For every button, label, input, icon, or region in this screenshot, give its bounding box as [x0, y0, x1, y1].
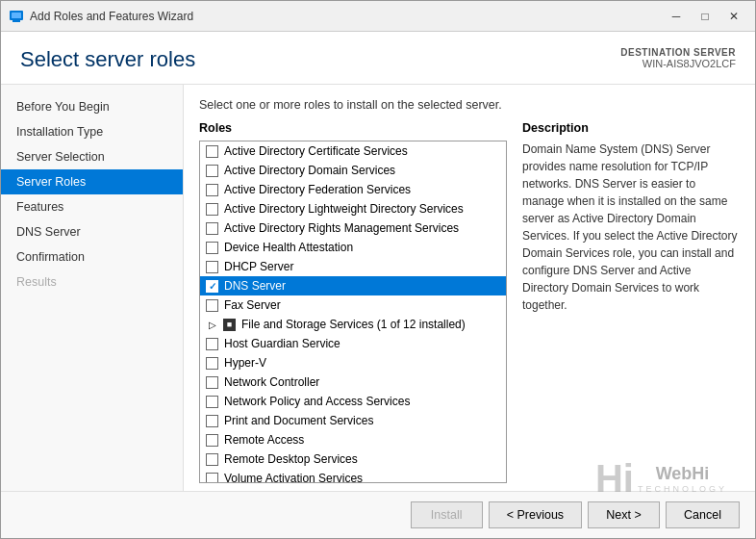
roles-panel: Roles Active Directory Certificate Servi… — [199, 121, 507, 483]
role-label: Device Health Attestation — [224, 241, 353, 254]
list-item[interactable]: Network Controller — [200, 372, 506, 392]
body-section: Before You Begin Installation Type Serve… — [1, 85, 755, 491]
sidebar-item-results: Results — [1, 270, 183, 295]
svg-rect-1 — [12, 13, 21, 18]
checkbox-host-guardian[interactable] — [206, 338, 218, 350]
content-area: Select one or more roles to install on t… — [184, 85, 755, 491]
expand-icon[interactable]: ▷ — [206, 318, 219, 331]
checkbox-file-storage[interactable]: ■ — [223, 319, 236, 331]
main-content: Select server roles DESTINATION SERVER W… — [1, 32, 755, 538]
sidebar-item-confirmation[interactable]: Confirmation — [1, 244, 183, 270]
checkbox-network-controller[interactable] — [206, 376, 218, 389]
role-label: Network Policy and Access Services — [224, 395, 410, 408]
list-item[interactable]: Print and Document Services — [200, 411, 506, 430]
description-panel: Description Domain Name System (DNS) Ser… — [522, 121, 740, 483]
instruction-text: Select one or more roles to install on t… — [199, 98, 740, 112]
list-item[interactable]: Active Directory Domain Services — [200, 161, 506, 180]
checkbox-network-policy[interactable] — [206, 396, 218, 408]
header-section: Select server roles DESTINATION SERVER W… — [1, 32, 755, 85]
list-item[interactable]: Remote Desktop Services — [200, 449, 506, 469]
sidebar-item-features[interactable]: Features — [1, 194, 183, 219]
minimize-button[interactable]: ─ — [663, 6, 690, 27]
list-item[interactable]: Hyper-V — [200, 353, 506, 372]
role-label: Hyper-V — [224, 356, 266, 370]
description-text: Domain Name System (DNS) Server provides… — [522, 141, 740, 314]
sidebar-item-installation-type[interactable]: Installation Type — [1, 119, 183, 144]
list-item[interactable]: DHCP Server — [200, 257, 506, 276]
list-item[interactable]: Host Guardian Service — [200, 334, 506, 353]
roles-label: Roles — [199, 121, 507, 135]
description-label: Description — [522, 121, 740, 135]
list-item[interactable]: Active Directory Lightweight Directory S… — [200, 199, 506, 218]
roles-list-container[interactable]: Active Directory Certificate Services Ac… — [199, 141, 507, 483]
checkbox-hyper-v[interactable] — [206, 357, 218, 370]
list-item[interactable]: Device Health Attestation — [200, 238, 506, 257]
app-icon — [9, 9, 24, 24]
checkbox-ad-rights[interactable] — [206, 222, 218, 235]
checkbox-remote-access[interactable] — [206, 434, 218, 447]
checkbox-dns[interactable] — [206, 280, 218, 293]
next-button[interactable]: Next > — [588, 501, 660, 528]
role-label: Fax Server — [224, 298, 281, 312]
page-title: Select server roles — [20, 47, 195, 72]
role-label: Active Directory Lightweight Directory S… — [224, 202, 464, 216]
window-title: Add Roles and Features Wizard — [30, 10, 663, 23]
maximize-button[interactable]: □ — [692, 6, 718, 27]
list-item[interactable]: Network Policy and Access Services — [200, 392, 506, 411]
list-item[interactable]: Fax Server — [200, 295, 506, 315]
checkbox-ad-cert[interactable] — [206, 145, 218, 158]
checkbox-volume-activation[interactable] — [206, 473, 218, 483]
sidebar: Before You Begin Installation Type Serve… — [1, 85, 184, 491]
role-label: Active Directory Federation Services — [224, 183, 411, 196]
server-name: WIN-AIS8JVO2LCF — [620, 58, 736, 69]
sidebar-item-server-selection[interactable]: Server Selection — [1, 144, 183, 169]
destination-server-info: DESTINATION SERVER WIN-AIS8JVO2LCF — [620, 47, 736, 69]
role-label: File and Storage Services (1 of 12 insta… — [241, 318, 466, 331]
role-label: Network Controller — [224, 375, 319, 389]
role-label: Active Directory Domain Services — [224, 164, 395, 177]
checkbox-print-doc[interactable] — [206, 415, 218, 427]
role-label: Host Guardian Service — [224, 337, 340, 350]
role-label: DHCP Server — [224, 260, 293, 273]
list-item[interactable]: Remote Access — [200, 430, 506, 449]
list-item-file-storage[interactable]: ▷ ■ File and Storage Services (1 of 12 i… — [200, 315, 506, 334]
role-label: Volume Activation Services — [224, 472, 363, 483]
main-window: Add Roles and Features Wizard ─ □ ✕ Sele… — [0, 0, 756, 539]
svg-rect-2 — [13, 20, 20, 22]
list-item[interactable]: Volume Activation Services — [200, 469, 506, 483]
footer: Install < Previous Next > Cancel — [1, 491, 755, 538]
titlebar: Add Roles and Features Wizard ─ □ ✕ — [1, 1, 755, 32]
sidebar-item-server-roles[interactable]: Server Roles — [1, 169, 183, 194]
checkbox-remote-desktop[interactable] — [206, 453, 218, 466]
list-item-dns[interactable]: DNS Server — [200, 276, 506, 295]
install-button[interactable]: Install — [411, 501, 483, 528]
role-label: Remote Desktop Services — [224, 452, 358, 466]
role-label: Active Directory Certificate Services — [224, 144, 408, 158]
role-label: Active Directory Rights Management Servi… — [224, 221, 459, 235]
checkbox-ad-federation[interactable] — [206, 184, 218, 196]
list-item[interactable]: Active Directory Certificate Services — [200, 141, 506, 161]
roles-description-container: Roles Active Directory Certificate Servi… — [199, 121, 740, 483]
list-item[interactable]: Active Directory Federation Services — [200, 180, 506, 199]
sidebar-item-dns-server[interactable]: DNS Server — [1, 219, 183, 244]
destination-server-label: DESTINATION SERVER — [620, 47, 736, 58]
previous-button[interactable]: < Previous — [489, 501, 582, 528]
checkbox-ad-lightweight[interactable] — [206, 203, 218, 216]
checkbox-device-health[interactable] — [206, 242, 218, 254]
window-controls: ─ □ ✕ — [663, 6, 747, 27]
close-button[interactable]: ✕ — [720, 6, 747, 27]
checkbox-fax[interactable] — [206, 299, 218, 312]
role-label: Remote Access — [224, 433, 304, 447]
sidebar-item-before-you-begin[interactable]: Before You Begin — [1, 94, 183, 119]
role-label-dns: DNS Server — [224, 279, 286, 293]
list-item[interactable]: Active Directory Rights Management Servi… — [200, 218, 506, 238]
roles-list: Active Directory Certificate Services Ac… — [200, 141, 506, 483]
checkbox-dhcp[interactable] — [206, 261, 218, 273]
checkbox-ad-domain[interactable] — [206, 165, 218, 177]
role-label: Print and Document Services — [224, 414, 373, 427]
cancel-button[interactable]: Cancel — [666, 501, 740, 528]
